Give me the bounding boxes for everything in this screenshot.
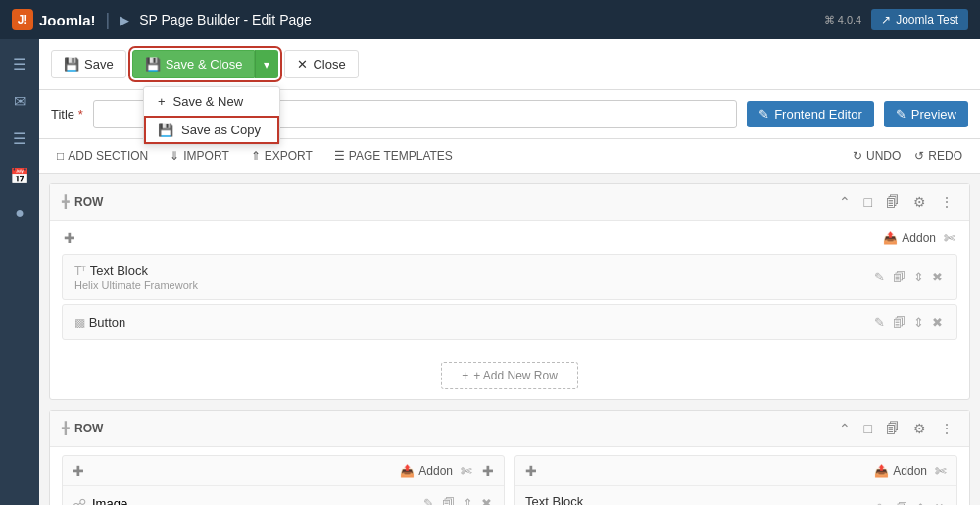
save-close-button[interactable]: 💾 Save & Close [132, 50, 256, 78]
nav-left: J! Joomla! | ▶ SP Page Builder - Edit Pa… [12, 9, 312, 30]
image-icon: ☍ [73, 496, 86, 506]
page-templates-button[interactable]: ☰ PAGE TEMPLATES [330, 147, 457, 165]
required-marker: * [78, 107, 83, 122]
col-area-1: ✚ 📤 Addon ✄ Tᵀ Text Block [50, 221, 969, 352]
nav-right: ⌘ 4.0.4 ↗ Joomla Test [824, 9, 968, 30]
btn-delete-btn[interactable]: ✖ [930, 313, 945, 331]
row-actions-2: ⌃ □ 🗐 ⚙ ⋮ [835, 419, 957, 438]
row-settings-btn-1[interactable]: ⚙ [909, 192, 930, 212]
img-edit-btn[interactable]: ✎ [421, 494, 436, 505]
preview-button[interactable]: ✎ Preview [884, 101, 968, 127]
btn-copy-btn[interactable]: 🗐 [891, 313, 907, 331]
row-block-2: ╋ ROW ⌃ □ 🗐 ⚙ ⋮ ✚ [49, 410, 970, 505]
text-copy-btn[interactable]: 🗐 [891, 268, 907, 286]
add-new-row-button[interactable]: + + Add New Row [441, 362, 578, 389]
sidebar-icon-settings[interactable]: ● [5, 198, 34, 227]
two-col-area: ✚ 📤 Addon ✄ ✚ ☍ Imag [50, 447, 969, 505]
text-move-btn[interactable]: ⇕ [911, 268, 926, 286]
left-add-col-btn[interactable]: ✚ [480, 461, 496, 480]
upload-icon-3: 📤 [874, 464, 889, 478]
right-scissors-btn[interactable]: ✄ [933, 461, 949, 480]
right-col: ✚ 📤 Addon ✄ Text Block Why Helix U [514, 455, 957, 505]
sidebar-icon-menu[interactable]: ☰ [5, 49, 34, 78]
right-col-toolbar: ✚ 📤 Addon ✄ [515, 456, 956, 486]
frontend-editor-button[interactable]: ✎ Frontend Editor [747, 101, 874, 127]
col-add-btn-1[interactable]: ✚ [62, 228, 77, 248]
text-edit-btn[interactable]: ✎ [872, 268, 887, 286]
import-button[interactable]: ⇓ IMPORT [166, 147, 232, 165]
sidebar-icon-mail[interactable]: ✉ [5, 86, 34, 116]
left-col-tools: 📤 Addon ✄ ✚ [400, 461, 496, 480]
left-addon-button[interactable]: 📤 Addon [400, 464, 453, 478]
tb2-move-btn[interactable]: ⇕ [913, 499, 928, 505]
undo-button[interactable]: ↻ UNDO [849, 147, 905, 165]
tb2-copy-btn[interactable]: 🗐 [893, 499, 909, 505]
plus-icon: + [462, 369, 468, 382]
save-new-item[interactable]: + Save & New [144, 87, 279, 116]
row-grid-btn-2[interactable]: □ [860, 419, 876, 438]
row-settings-btn-2[interactable]: ⚙ [909, 419, 930, 438]
title-label: Title * [51, 107, 83, 122]
builder-area: □ ADD SECTION ⇓ IMPORT ⇑ EXPORT ☰ PAGE T… [39, 139, 980, 505]
close-button[interactable]: ✕ Close [284, 50, 358, 78]
row-copy-btn-1[interactable]: 🗐 [882, 192, 904, 212]
btn-move-btn[interactable]: ⇕ [911, 313, 926, 331]
col-scissors-btn-1[interactable]: ✄ [942, 228, 957, 248]
text-block-2-actions: ✎ 🗐 ⇕ ✖ [874, 499, 947, 505]
text-block-info: Tᵀ Text Block Helix Ultimate Framework [74, 263, 198, 291]
row-copy-btn-2[interactable]: 🗐 [882, 419, 904, 438]
save-close-icon: 💾 [145, 57, 161, 72]
redo-icon: ↺ [914, 149, 924, 163]
save-copy-item[interactable]: 💾 Save as Copy [144, 116, 279, 144]
add-new-row-container: + + Add New Row [50, 352, 969, 399]
move-icon: ╋ [62, 195, 69, 209]
left-scissors-btn[interactable]: ✄ [459, 461, 474, 480]
left-col-toolbar: ✚ 📤 Addon ✄ ✚ [63, 456, 504, 486]
row-more-btn-1[interactable]: ⋮ [936, 192, 957, 212]
tb2-edit-btn[interactable]: ✎ [874, 499, 889, 505]
left-col: ✚ 📤 Addon ✄ ✚ ☍ Imag [62, 455, 505, 505]
row-grid-btn-1[interactable]: □ [860, 192, 876, 212]
row-title-1: ╋ ROW [62, 195, 103, 209]
row-collapse-btn-2[interactable]: ⌃ [835, 419, 855, 438]
img-copy-btn[interactable]: 🗐 [440, 494, 457, 505]
save-close-group: 💾 Save & Close ▾ [132, 50, 279, 78]
text-block-2-info: Text Block Why Helix Ultimate? [525, 494, 622, 505]
right-col-add-btn[interactable]: ✚ [523, 461, 539, 480]
tb2-delete-btn[interactable]: ✖ [932, 499, 947, 505]
add-section-button[interactable]: □ ADD SECTION [53, 147, 152, 165]
img-move-btn[interactable]: ⇕ [461, 494, 475, 505]
image-block-actions: ✎ 🗐 ⇕ ✖ [421, 494, 494, 505]
text-block-subtitle: Helix Ultimate Framework [74, 279, 198, 291]
sidebar-icon-calendar[interactable]: 📅 [5, 161, 34, 190]
main-content: 💾 Save 💾 Save & Close ▾ ✕ Close + Save &… [39, 39, 980, 505]
row-header-1: ╋ ROW ⌃ □ 🗐 ⚙ ⋮ [50, 184, 969, 221]
save-button[interactable]: 💾 Save [51, 50, 126, 78]
save-icon: 💾 [64, 57, 79, 72]
text-delete-btn[interactable]: ✖ [930, 268, 945, 286]
row-more-btn-2[interactable]: ⋮ [936, 419, 957, 438]
image-block-info: ☍ Image [73, 496, 127, 506]
col-toolbar-1: ✚ 📤 Addon ✄ [62, 228, 957, 248]
toolbar: 💾 Save 💾 Save & Close ▾ ✕ Close + Save &… [39, 39, 980, 90]
chevron-down-icon: ▾ [264, 58, 270, 72]
row-collapse-btn-1[interactable]: ⌃ [835, 192, 855, 212]
divider-icon: | [106, 10, 111, 30]
sidebar-icon-list[interactable]: ☰ [5, 124, 34, 153]
addon-button-1[interactable]: 📤 Addon [883, 231, 936, 245]
left-col-add-btn[interactable]: ✚ [71, 461, 86, 480]
text-icon: Tᵀ [74, 264, 86, 278]
external-link-icon: ↗ [881, 13, 891, 26]
right-addon-button[interactable]: 📤 Addon [874, 464, 927, 478]
redo-button[interactable]: ↺ REDO [910, 147, 966, 165]
save-close-dropdown-button[interactable]: ▾ [255, 50, 278, 78]
btn-edit-btn[interactable]: ✎ [872, 313, 887, 331]
template-icon: ☰ [334, 149, 345, 163]
export-button[interactable]: ⇑ EXPORT [247, 147, 317, 165]
joomla-test-button[interactable]: ↗ Joomla Test [871, 9, 968, 30]
page-title: SP Page Builder - Edit Page [139, 12, 312, 27]
logo-text: Joomla! [39, 12, 96, 28]
export-icon: ⇑ [251, 149, 261, 163]
img-delete-btn[interactable]: ✖ [479, 494, 494, 505]
frontend-icon: ✎ [759, 107, 769, 122]
